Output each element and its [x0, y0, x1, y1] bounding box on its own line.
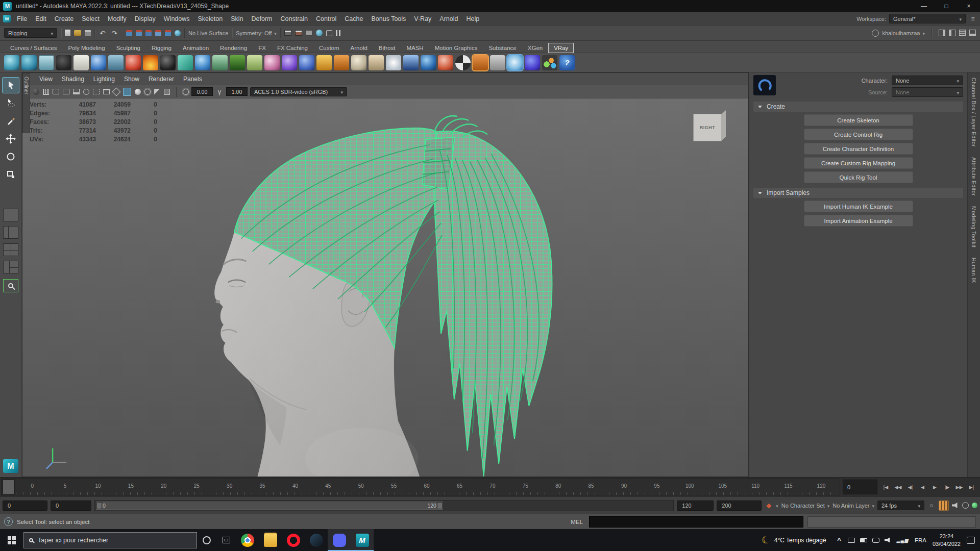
menu-item[interactable]: Skeleton: [194, 15, 227, 22]
shelf-tab[interactable]: Bifrost: [374, 43, 401, 53]
workspace-panel-toggle-icon[interactable]: [969, 30, 976, 36]
mute-speaker-icon[interactable]: [952, 502, 959, 509]
shelf-tab[interactable]: Poly Modeling: [63, 43, 110, 53]
render-settings-icon[interactable]: [306, 30, 312, 36]
black-sphere-icon[interactable]: [160, 55, 176, 70]
scale-tool-button[interactable]: [3, 167, 19, 182]
help-icon[interactable]: ?: [559, 55, 575, 70]
anim-layer-dropdown[interactable]: No Anim Layer: [832, 503, 874, 509]
ramp-icon[interactable]: [403, 55, 419, 70]
fire-icon[interactable]: [143, 55, 158, 70]
go-to-start-button[interactable]: |◀: [880, 481, 892, 494]
snap-projected-center-icon[interactable]: [155, 30, 161, 36]
shelf-tab[interactable]: Rendering: [215, 43, 252, 53]
side-panel-tab[interactable]: Attribute Editor: [971, 157, 977, 196]
hik-button[interactable]: Quick Rig Tool: [804, 171, 913, 183]
step-back-frame-button[interactable]: ◀|: [904, 481, 916, 494]
outliner-tab[interactable]: Outliner: [22, 73, 30, 133]
side-panel-tab[interactable]: Channel Box / Layer Editor: [971, 78, 977, 147]
taskbar-weather[interactable]: ☾ 4°C Temps dégagé: [756, 534, 831, 546]
layout-outliner-persp-button[interactable]: [3, 261, 18, 273]
safe-title-icon[interactable]: [103, 89, 110, 94]
shelf-tab[interactable]: Animation: [178, 43, 214, 53]
hik-button[interactable]: Create Character Definition: [804, 143, 913, 155]
render-view-icon[interactable]: [316, 30, 323, 36]
shelf-tab[interactable]: Rigging: [146, 43, 177, 53]
channel-box-toggle-icon[interactable]: [959, 30, 966, 36]
paint-select-tool-button[interactable]: [3, 113, 19, 129]
cube-icon[interactable]: [178, 55, 193, 70]
go-to-end-button[interactable]: ▶|: [966, 481, 977, 494]
taskbar-search[interactable]: [23, 532, 197, 548]
action-center-icon[interactable]: [967, 537, 975, 544]
orange-shader-icon[interactable]: [473, 55, 488, 70]
characters-icon[interactable]: [108, 55, 124, 70]
open-scene-icon[interactable]: [74, 30, 81, 36]
microphone-icon[interactable]: [872, 538, 879, 543]
lights-icon[interactable]: [144, 89, 151, 95]
current-frame-field[interactable]: 0: [843, 480, 877, 494]
import-samples-section-header[interactable]: Import Samples: [753, 188, 963, 198]
maya-home-icon[interactable]: M: [3, 15, 11, 22]
menu-item[interactable]: Control: [312, 15, 340, 22]
menu-item[interactable]: Display: [131, 15, 160, 22]
menu-item[interactable]: Edit: [31, 15, 51, 22]
hik-button[interactable]: Import Animation Example: [804, 215, 913, 227]
gamma-icon[interactable]: γ: [215, 88, 224, 96]
exposure-icon[interactable]: [183, 89, 189, 95]
auto-keyframe-icon[interactable]: [939, 500, 949, 511]
set-character-key-icon[interactable]: ◆: [765, 502, 773, 510]
taskbar-clock[interactable]: 23:24 03/04/2022: [928, 533, 965, 547]
teapot-plus-icon[interactable]: [490, 55, 505, 70]
timeline-bar[interactable]: 0510152025303540455055606570758085909510…: [1, 479, 840, 495]
snap-curve-icon[interactable]: [136, 30, 142, 36]
shelf-tab[interactable]: Substance: [483, 43, 521, 53]
battery-icon[interactable]: [860, 538, 867, 542]
menu-item[interactable]: Windows: [160, 15, 194, 22]
checker-sphere-icon[interactable]: [455, 55, 471, 70]
menu-item[interactable]: Modify: [104, 15, 131, 22]
key-options-caret-icon[interactable]: [776, 502, 778, 509]
fps-dropdown[interactable]: 24 fps: [877, 500, 924, 510]
pause-viewport-icon[interactable]: [336, 30, 340, 36]
layout-two-pane-button[interactable]: [3, 226, 18, 239]
hik-button[interactable]: Import Human IK Example: [804, 201, 913, 212]
menu-item[interactable]: Help: [462, 15, 484, 22]
viewport-menu-item[interactable]: View: [35, 76, 57, 83]
command-output-field[interactable]: [807, 516, 976, 528]
new-scene-icon[interactable]: [65, 30, 70, 36]
shelf-tab[interactable]: XGen: [523, 43, 548, 53]
animation-end-field[interactable]: 200: [717, 500, 762, 511]
snap-grid-icon[interactable]: [126, 30, 132, 36]
close-button[interactable]: ×: [958, 0, 980, 12]
menu-set-selector[interactable]: Rigging: [4, 28, 57, 38]
source-dropdown[interactable]: None: [892, 87, 963, 97]
safe-action-icon[interactable]: [93, 89, 100, 94]
menu-item[interactable]: Create: [51, 15, 78, 22]
flowers-icon[interactable]: [264, 55, 280, 70]
glossy-sphere-icon[interactable]: [421, 55, 436, 70]
vray-sphere-icon[interactable]: [438, 55, 453, 70]
select-tool-button[interactable]: [3, 78, 19, 93]
target-camera-icon[interactable]: [33, 88, 39, 95]
live-surface-field[interactable]: No Live Surface: [188, 30, 228, 36]
funnel-icon[interactable]: [334, 55, 349, 70]
range-slider-track[interactable]: 0 120: [94, 500, 674, 511]
display-icon[interactable]: [848, 538, 855, 543]
viewport-canvas[interactable]: Verts:41087240590 Edges:79634459870 Face…: [22, 98, 748, 477]
view-cube[interactable]: RIGHT: [693, 114, 722, 141]
color-space-dropdown[interactable]: ACES 1.0 SDR-video (sRGB): [250, 87, 347, 96]
character-dropdown[interactable]: None: [892, 76, 963, 85]
viewport-menu-item[interactable]: Show: [119, 76, 144, 83]
lasso-tool-button[interactable]: [3, 95, 19, 111]
menu-item[interactable]: Cache: [340, 15, 367, 22]
attribute-editor-toggle-icon[interactable]: [939, 30, 945, 36]
dome-icon[interactable]: [316, 55, 332, 70]
uv-grid-icon[interactable]: [39, 55, 54, 70]
anim-preferences-icon[interactable]: ○: [927, 502, 936, 510]
wire-spheres-pair-icon[interactable]: [21, 55, 37, 70]
menu-item[interactable]: Bonus Tools: [367, 15, 410, 22]
frame-selection-button[interactable]: [3, 279, 18, 292]
taskbar-search-input[interactable]: [38, 537, 191, 544]
shelf-tab[interactable]: FX: [253, 43, 271, 53]
